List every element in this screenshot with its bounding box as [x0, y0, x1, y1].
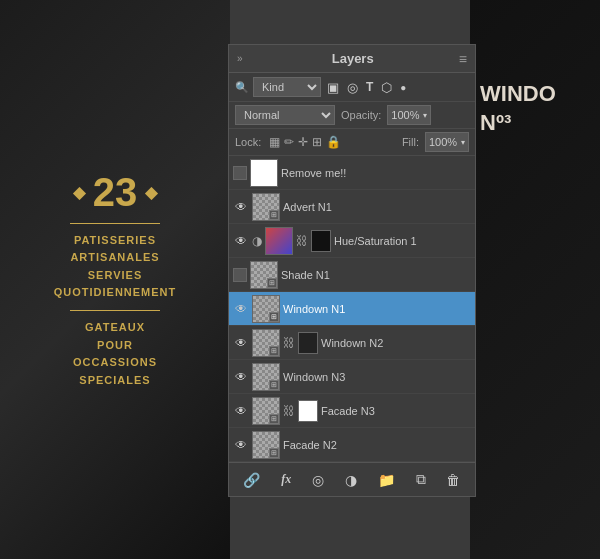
- layer-item[interactable]: 👁 ⊞ ⛓ Facade N3: [229, 394, 475, 428]
- layer-thumbnail: ⊞: [252, 363, 280, 391]
- layer-chain-icon: ⛓: [296, 234, 308, 248]
- new-adjustment-icon[interactable]: ◎: [308, 470, 328, 490]
- panel-title: Layers: [332, 51, 374, 66]
- layer-eye-icon[interactable]: 👁: [233, 234, 249, 248]
- lock-all-icon[interactable]: 🔒: [326, 135, 341, 149]
- shop-number: ◆ 23 ◆: [73, 170, 158, 215]
- panel-footer: 🔗 fx ◎ ◑ 📁 ⧉ 🗑: [229, 462, 475, 496]
- blend-mode-dropdown[interactable]: Normal Dissolve Multiply Screen Overlay: [235, 105, 335, 125]
- layer-thumbnail: ⊞: [252, 397, 280, 425]
- window-label: WINDO Nº³: [480, 80, 556, 137]
- layer-item[interactable]: 👁 ⊞ Windown N3: [229, 360, 475, 394]
- panel-menu-icon[interactable]: ≡: [459, 51, 467, 67]
- filter-type-dropdown[interactable]: Kind Name Effect Mode Attribute Color: [253, 77, 321, 97]
- layer-name: Windown N2: [321, 337, 471, 349]
- layer-item[interactable]: Remove me!!: [229, 156, 475, 190]
- layer-name: Shade N1: [281, 269, 471, 281]
- new-group-icon[interactable]: ◑: [341, 470, 361, 490]
- filter-row: 🔍 Kind Name Effect Mode Attribute Color …: [229, 73, 475, 102]
- layer-thumbnail: [250, 159, 278, 187]
- layer-name: Facade N3: [321, 405, 471, 417]
- layer-eye-icon[interactable]: 👁: [233, 370, 249, 384]
- layer-name: Facade N2: [283, 439, 471, 451]
- layer-eye-icon[interactable]: 👁: [233, 336, 249, 350]
- layer-item[interactable]: 👁 ⊞ Advert N1: [229, 190, 475, 224]
- layer-eye-icon[interactable]: 👁: [233, 438, 249, 452]
- layer-eye-icon[interactable]: 👁: [233, 302, 249, 316]
- layer-eye-icon[interactable]: 👁: [233, 404, 249, 418]
- adjustment-badge: ◑: [252, 234, 262, 248]
- shop-text-2: GATEAUX POUR OCCASSIONS SPECIALES: [73, 319, 157, 389]
- layer-chain-icon: ⛓: [283, 404, 295, 418]
- type-filter-icon[interactable]: T: [364, 80, 375, 94]
- divider-middle: [70, 310, 160, 311]
- search-icon: 🔍: [235, 81, 249, 94]
- smart-object-badge: ⊞: [269, 346, 279, 356]
- diamond-left: ◆: [73, 183, 85, 202]
- link-layers-icon[interactable]: 🔗: [239, 470, 264, 490]
- layer-name: Hue/Saturation 1: [334, 235, 471, 247]
- layer-thumbnail: ⊞: [250, 261, 278, 289]
- panel-header: » Layers ≡: [229, 45, 475, 73]
- layer-thumbnail: ⊞: [252, 329, 280, 357]
- photo-background-right: WINDO Nº³: [470, 0, 600, 559]
- smart-object-badge: ⊞: [269, 312, 279, 322]
- layer-visibility-checkbox[interactable]: [233, 166, 247, 180]
- pixel-filter-icon[interactable]: ▣: [325, 80, 341, 95]
- smart-object-badge: ⊞: [269, 448, 279, 458]
- lock-artboard-icon[interactable]: ⊞: [312, 135, 322, 149]
- layer-name: Advert N1: [283, 201, 471, 213]
- layer-name: Windown N1: [283, 303, 471, 315]
- diamond-right: ◆: [145, 183, 157, 202]
- smart-object-badge: ⊞: [267, 278, 277, 288]
- photo-background-left: ◆ 23 ◆ PATISSERIES ARTISANALES SERVIES Q…: [0, 0, 230, 559]
- layer-mask-thumbnail: [311, 230, 331, 252]
- opacity-label: Opacity:: [341, 109, 381, 121]
- fill-label: Fill:: [402, 136, 419, 148]
- layer-thumbnail: ⊞: [252, 431, 280, 459]
- blend-row: Normal Dissolve Multiply Screen Overlay …: [229, 102, 475, 129]
- lock-pixels-icon[interactable]: ✏: [284, 135, 294, 149]
- smart-object-badge: ⊞: [269, 414, 279, 424]
- layers-list: Remove me!! 👁 ⊞ Advert N1 👁 ◑ ⛓ Hue/Satu…: [229, 156, 475, 462]
- fx-icon[interactable]: fx: [277, 470, 295, 489]
- smart-object-badge: ⊞: [269, 210, 279, 220]
- shop-text: PATISSERIES ARTISANALES SERVIES QUOTIDIE…: [54, 232, 177, 302]
- new-folder-icon[interactable]: 📁: [374, 470, 399, 490]
- opacity-value[interactable]: 100% ▾: [387, 105, 431, 125]
- layer-name: Remove me!!: [281, 167, 471, 179]
- fill-value[interactable]: 100% ▾: [425, 132, 469, 152]
- layer-thumbnail: ⊞: [252, 295, 280, 323]
- layer-mask-thumbnail: [298, 332, 318, 354]
- divider-top: [70, 223, 160, 224]
- adjustment-filter-icon[interactable]: ◎: [345, 80, 360, 95]
- shape-filter-icon[interactable]: ⬡: [379, 80, 394, 95]
- layer-item[interactable]: 👁 ◑ ⛓ Hue/Saturation 1: [229, 224, 475, 258]
- layer-item[interactable]: 👁 ⊞ Windown N1: [229, 292, 475, 326]
- lock-label: Lock:: [235, 136, 261, 148]
- layer-item[interactable]: 👁 ⊞ ⛓ Windown N2: [229, 326, 475, 360]
- lock-icons-group: ▦ ✏ ✛ ⊞ 🔒: [269, 135, 341, 149]
- layer-thumbnail: ⊞: [252, 193, 280, 221]
- layer-eye-icon[interactable]: 👁: [233, 200, 249, 214]
- layer-name: Windown N3: [283, 371, 471, 383]
- lock-row: Lock: ▦ ✏ ✛ ⊞ 🔒 Fill: 100% ▾: [229, 129, 475, 156]
- smart-filter-icon[interactable]: ●: [398, 82, 408, 93]
- layer-chain-icon: ⛓: [283, 336, 295, 350]
- panel-collapse-icon[interactable]: »: [237, 53, 243, 64]
- layer-item[interactable]: 👁 ⊞ Facade N2: [229, 428, 475, 462]
- layer-thumbnail: [265, 227, 293, 255]
- layer-mask-thumbnail: [298, 400, 318, 422]
- lock-position-icon[interactable]: ✛: [298, 135, 308, 149]
- duplicate-layer-icon[interactable]: ⧉: [412, 469, 430, 490]
- smart-object-badge: ⊞: [269, 380, 279, 390]
- lock-transparent-icon[interactable]: ▦: [269, 135, 280, 149]
- layer-visibility-checkbox[interactable]: [233, 268, 247, 282]
- delete-layer-icon[interactable]: 🗑: [442, 470, 464, 490]
- layers-panel: » Layers ≡ 🔍 Kind Name Effect Mode Attri…: [228, 44, 476, 497]
- layer-item[interactable]: ⊞ Shade N1: [229, 258, 475, 292]
